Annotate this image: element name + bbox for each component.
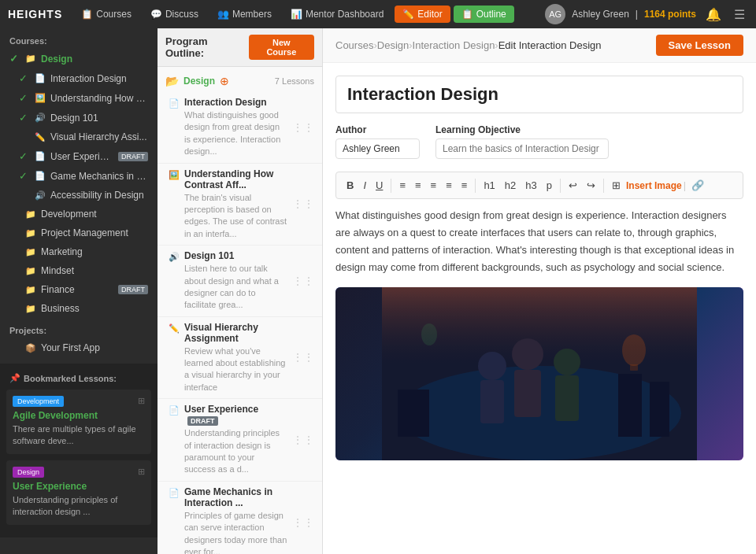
- author-select[interactable]: Ashley Green: [335, 138, 420, 159]
- bookmarked-title: 📌 Bookmarked Lessons:: [6, 370, 151, 390]
- objective-group: Learning Objective: [435, 124, 609, 159]
- lesson-image: [335, 287, 743, 460]
- sidebar-item-development[interactable]: 📁 Development: [0, 205, 158, 223]
- sidebar-item-interaction-design[interactable]: ✓ 📄 Interaction Design: [0, 68, 158, 88]
- menu-icon[interactable]: ☰: [731, 6, 748, 24]
- nav-discuss[interactable]: 💬 Discuss: [143, 6, 206, 23]
- author-label: Author: [335, 124, 420, 135]
- outline-item-desc: Listen here to our talk about design and…: [184, 263, 287, 312]
- outline-item-desc: What distinguishes good design from grea…: [184, 109, 287, 158]
- sidebar-item-label: Mindset: [41, 265, 148, 276]
- drag-handle-icon: ⋮⋮: [292, 434, 314, 446]
- outline-item-title: Interaction Design: [184, 97, 287, 108]
- save-lesson-button[interactable]: Save Lesson: [656, 35, 744, 56]
- folder-icon: 📁: [25, 285, 36, 295]
- h3-button[interactable]: h3: [521, 177, 540, 194]
- bookmark-card-desc: There are multiple types of agile softwa…: [13, 423, 145, 448]
- sidebar-item-understanding[interactable]: ✓ 🖼️ Understanding How Cont...: [0, 88, 158, 108]
- drag-handle-icon: ⋮⋮: [292, 516, 314, 529]
- notifications-icon[interactable]: 🔔: [702, 6, 724, 24]
- lesson-editor: Author Ashley Green Learning Objective B…: [323, 63, 756, 473]
- outline-item-title: Visual Hierarchy Assignment: [184, 322, 287, 344]
- list-ol-button[interactable]: ≡: [458, 177, 472, 194]
- sidebar-item-first-app[interactable]: 📦 Your First App: [0, 338, 158, 357]
- sidebar-item-project-mgmt[interactable]: 📁 Project Management: [0, 223, 158, 242]
- sidebar-item-accessibility[interactable]: 🔊 Accessibility in Design: [0, 186, 158, 205]
- breadcrumb-interaction-design[interactable]: Interaction Design: [413, 39, 495, 51]
- italic-button[interactable]: I: [359, 177, 370, 194]
- sidebar-item-design101[interactable]: ✓ 🔊 Design 101: [0, 108, 158, 127]
- nav-editor[interactable]: ✏️ Editor: [395, 6, 450, 23]
- sidebar-item-business[interactable]: 📁 Business: [0, 299, 158, 318]
- folder-icon: 📁: [25, 247, 36, 257]
- sidebar-item-visual[interactable]: ✏️ Visual Hierarchy Assi...: [0, 127, 158, 146]
- align-right-button[interactable]: ≡: [427, 177, 441, 194]
- toolbar-separator: [391, 179, 391, 193]
- lesson-title-input[interactable]: [335, 76, 743, 113]
- sidebar-item-mindset[interactable]: 📁 Mindset: [0, 261, 158, 280]
- outline-item-desc: Principles of game design can serve inte…: [184, 510, 287, 554]
- breadcrumb-courses[interactable]: Courses: [335, 39, 373, 51]
- edit-icon: ✏️: [169, 323, 180, 334]
- list-button[interactable]: ≡: [442, 177, 456, 194]
- outline-item-ux[interactable]: 📄 User Experience DRAFT Understanding pr…: [158, 399, 322, 482]
- sidebar-item-ux[interactable]: ✓ 📄 User Experience DRAFT: [0, 146, 158, 166]
- check-icon: ✓: [19, 112, 30, 124]
- toolbar-separator: [603, 179, 604, 193]
- doc-icon: 📄: [169, 405, 180, 416]
- outline-item-game[interactable]: 📄 Game Mechanics in Interaction ... Prin…: [158, 482, 322, 554]
- sidebar-item-game[interactable]: ✓ 📄 Game Mechanics in Inte...: [0, 166, 158, 186]
- add-lesson-icon[interactable]: ⊕: [220, 75, 229, 87]
- outline-item-desc: Review what you've learned about establi…: [184, 345, 287, 394]
- bookmark-icon: 📌: [9, 373, 20, 383]
- h1-button[interactable]: h1: [480, 177, 498, 194]
- drag-handle-icon: ⋮⋮: [292, 198, 314, 210]
- outline-group-count: 7 Lessons: [275, 76, 314, 86]
- underline-button[interactable]: U: [372, 177, 387, 194]
- breadcrumb-design[interactable]: Design: [377, 39, 409, 51]
- audio-icon: 🔊: [169, 252, 180, 262]
- redo-button[interactable]: ↪: [583, 177, 599, 194]
- grid-button[interactable]: ⊞: [608, 177, 624, 194]
- user-points: 1164 points: [644, 9, 696, 20]
- nav-outline[interactable]: 📋 Outline: [454, 6, 514, 23]
- nav-courses[interactable]: 📋 Courses: [73, 6, 139, 23]
- outline-item-interaction-design[interactable]: 📄 Interaction Design What distinguishes …: [158, 92, 322, 164]
- insert-image-button[interactable]: Insert Image: [626, 180, 682, 191]
- content-area: Courses › Design › Interaction Design › …: [323, 28, 756, 554]
- bookmark-card-agile[interactable]: Development ⊞ Agile Development There ar…: [6, 390, 151, 454]
- undo-button[interactable]: ↩: [565, 177, 581, 194]
- brand-logo: HEIGHTS: [8, 8, 62, 20]
- sidebar-item-label: Project Management: [41, 227, 148, 238]
- lesson-image-inner: [335, 287, 743, 460]
- doc-icon: 📄: [35, 171, 46, 181]
- audio-icon: 🔊: [35, 113, 46, 123]
- outline-item-understanding[interactable]: 🖼️ Understanding How Contrast Aff... The…: [158, 164, 322, 246]
- align-center-button[interactable]: ≡: [411, 177, 425, 194]
- courses-section-title: Courses:: [0, 28, 158, 49]
- bold-button[interactable]: B: [343, 177, 358, 194]
- sidebar-item-finance[interactable]: 📁 Finance DRAFT: [0, 280, 158, 299]
- outline-item-visual[interactable]: ✏️ Visual Hierarchy Assignment Review wh…: [158, 317, 322, 400]
- outline-group-header-design[interactable]: 📂 Design ⊕ 7 Lessons: [158, 70, 322, 92]
- objective-input[interactable]: [435, 138, 609, 159]
- outline-item-design101[interactable]: 🔊 Design 101 Listen here to our talk abo…: [158, 246, 322, 317]
- nav-members[interactable]: 👥 Members: [209, 6, 280, 23]
- nav-mentor-dashboard[interactable]: 📊 Mentor Dashboard: [283, 6, 391, 23]
- sidebar-item-design[interactable]: ✓ 📁 Design: [0, 49, 158, 68]
- bookmarked-section: 📌 Bookmarked Lessons: Development ⊞ Agil…: [0, 364, 158, 537]
- audio-icon: 🔊: [35, 190, 46, 201]
- sidebar-item-marketing[interactable]: 📁 Marketing: [0, 242, 158, 261]
- sidebar-item-label: Design 101: [50, 113, 148, 124]
- new-course-button[interactable]: New Course: [249, 35, 314, 60]
- bookmark-card-ux[interactable]: Design ⊞ User Experience Understanding p…: [6, 460, 151, 525]
- sidebar-item-label: Marketing: [41, 246, 148, 257]
- link-button[interactable]: 🔗: [687, 177, 708, 194]
- p-button[interactable]: p: [543, 177, 556, 194]
- align-left-button[interactable]: ≡: [395, 177, 410, 194]
- image-icon: 🖼️: [35, 93, 46, 103]
- folder-icon: 📁: [25, 209, 36, 220]
- bookmark-tag: Development: [13, 396, 64, 407]
- sidebar-item-label: Visual Hierarchy Assi...: [50, 131, 148, 142]
- h2-button[interactable]: h2: [501, 177, 520, 194]
